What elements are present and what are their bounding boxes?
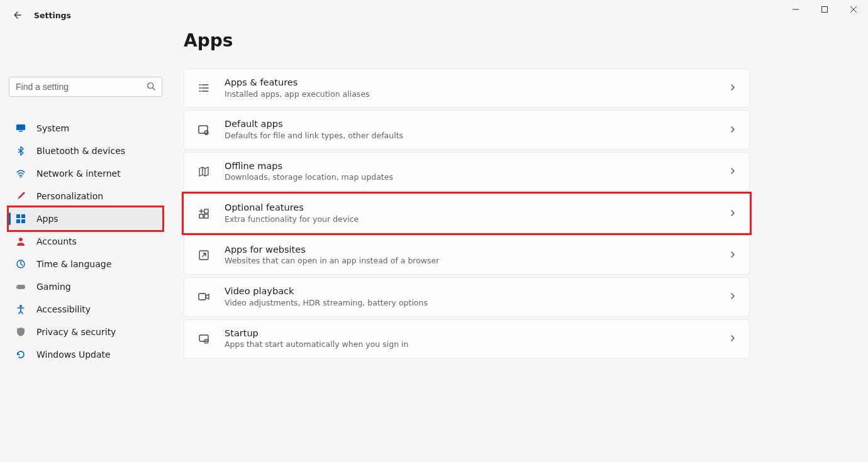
paintbrush-icon <box>15 190 26 202</box>
card-offline-maps[interactable]: Offline maps Downloads, storage location… <box>184 152 750 191</box>
gamepad-icon <box>15 281 26 292</box>
svg-rect-7 <box>16 219 20 223</box>
card-title: Startup <box>225 327 715 340</box>
default-app-icon <box>197 123 211 137</box>
arrow-left-icon <box>11 10 21 20</box>
titlebar: Settings <box>3 4 77 26</box>
sidebar-item-label: Accounts <box>36 236 77 246</box>
sidebar-item-time-language[interactable]: Time & language <box>9 253 162 275</box>
sidebar-item-label: Bluetooth & devices <box>36 146 125 156</box>
sidebar-item-label: Time & language <box>36 259 111 269</box>
startup-icon <box>197 332 211 346</box>
maximize-icon <box>821 6 828 13</box>
sidebar-nav: System Bluetooth & devices Network & int… <box>9 117 162 366</box>
svg-rect-6 <box>21 214 25 218</box>
minimize-icon <box>793 6 799 13</box>
globe-clock-icon <box>15 258 26 270</box>
search-icon <box>147 82 155 92</box>
sidebar-item-accounts[interactable]: Accounts <box>9 230 162 253</box>
person-icon <box>15 236 26 247</box>
sidebar-item-accessibility[interactable]: Accessibility <box>9 298 162 321</box>
chevron-right-icon <box>729 209 737 219</box>
card-title: Offline maps <box>225 160 715 173</box>
app-title: Settings <box>34 11 71 20</box>
sidebar-item-windows-update[interactable]: Windows Update <box>9 343 162 366</box>
sidebar-item-label: Accessibility <box>36 304 91 314</box>
card-text: Apps & features Installed apps, app exec… <box>225 77 715 99</box>
card-optional-features[interactable]: Optional features Extra functionality fo… <box>184 194 750 233</box>
sidebar-item-label: Windows Update <box>36 349 111 360</box>
sidebar-item-bluetooth[interactable]: Bluetooth & devices <box>9 140 162 162</box>
back-button[interactable] <box>9 8 24 23</box>
card-subtitle: Video adjustments, HDR streaming, batter… <box>225 298 715 309</box>
card-subtitle: Defaults for file and link types, other … <box>225 131 715 141</box>
card-text: Startup Apps that start automatically wh… <box>225 327 715 350</box>
svg-rect-8 <box>21 219 25 223</box>
svg-point-1 <box>148 82 153 88</box>
card-subtitle: Apps that start automatically when you s… <box>225 339 715 350</box>
svg-point-9 <box>19 238 23 241</box>
map-icon <box>197 165 211 179</box>
add-feature-icon <box>197 207 211 221</box>
external-link-icon <box>197 248 211 262</box>
sidebar-item-label: Gaming <box>36 282 71 292</box>
window-caption-bar <box>781 0 868 19</box>
card-title: Apps & features <box>225 77 715 89</box>
sidebar-item-label: Apps <box>36 214 58 224</box>
video-icon <box>197 290 211 304</box>
maximize-button[interactable] <box>810 0 839 19</box>
card-subtitle: Extra functionality for your device <box>225 214 715 225</box>
svg-rect-17 <box>204 209 208 213</box>
shield-icon <box>15 326 26 338</box>
bluetooth-icon <box>15 145 26 157</box>
chevron-right-icon <box>729 83 737 93</box>
minimize-button[interactable] <box>781 0 810 19</box>
card-startup[interactable]: Startup Apps that start automatically wh… <box>184 319 750 358</box>
card-text: Apps for websites Websites that can open… <box>225 244 715 267</box>
settings-cards: Apps & features Installed apps, app exec… <box>184 69 750 358</box>
svg-rect-3 <box>19 131 23 132</box>
card-video-playback[interactable]: Video playback Video adjustments, HDR st… <box>184 277 750 316</box>
card-text: Optional features Extra functionality fo… <box>225 202 715 224</box>
sidebar-item-label: Network & internet <box>36 168 121 179</box>
chevron-right-icon <box>729 167 737 177</box>
main-content: Apps Apps & features Installed apps, app… <box>184 30 750 358</box>
svg-rect-2 <box>16 124 25 130</box>
monitor-icon <box>15 123 26 134</box>
svg-rect-11 <box>16 285 25 289</box>
search-input-wrap[interactable] <box>9 77 162 97</box>
sidebar-item-label: Privacy & security <box>36 327 116 337</box>
card-apps-for-websites[interactable]: Apps for websites Websites that can open… <box>184 236 750 275</box>
chevron-right-icon <box>729 292 737 302</box>
sidebar-item-system[interactable]: System <box>9 117 162 140</box>
card-text: Default apps Defaults for file and link … <box>225 118 715 141</box>
card-default-apps[interactable]: Default apps Defaults for file and link … <box>184 110 750 149</box>
close-icon <box>850 6 857 13</box>
svg-rect-5 <box>16 214 20 218</box>
update-icon <box>15 349 26 360</box>
search-input[interactable] <box>16 82 147 92</box>
card-subtitle: Downloads, storage location, map updates <box>225 172 715 183</box>
close-button[interactable] <box>839 0 868 19</box>
sidebar-item-label: System <box>36 123 69 133</box>
chevron-right-icon <box>729 125 737 135</box>
card-subtitle: Websites that can open in an app instead… <box>225 256 715 267</box>
list-icon <box>197 81 211 95</box>
card-text: Video playback Video adjustments, HDR st… <box>225 285 715 308</box>
apps-icon <box>15 213 26 224</box>
sidebar: System Bluetooth & devices Network & int… <box>9 77 162 366</box>
card-title: Video playback <box>225 285 715 298</box>
sidebar-item-privacy[interactable]: Privacy & security <box>9 321 162 343</box>
sidebar-item-gaming[interactable]: Gaming <box>9 275 162 298</box>
svg-point-12 <box>19 305 22 307</box>
wifi-icon <box>15 168 26 179</box>
sidebar-item-network[interactable]: Network & internet <box>9 162 162 185</box>
card-apps-and-features[interactable]: Apps & features Installed apps, app exec… <box>184 69 750 107</box>
accessibility-icon <box>15 304 26 315</box>
sidebar-item-apps[interactable]: Apps <box>9 207 162 230</box>
sidebar-item-personalization[interactable]: Personalization <box>9 185 162 207</box>
chevron-right-icon <box>729 334 737 344</box>
svg-rect-13 <box>199 126 208 133</box>
svg-rect-15 <box>199 214 203 218</box>
svg-point-4 <box>20 177 21 178</box>
